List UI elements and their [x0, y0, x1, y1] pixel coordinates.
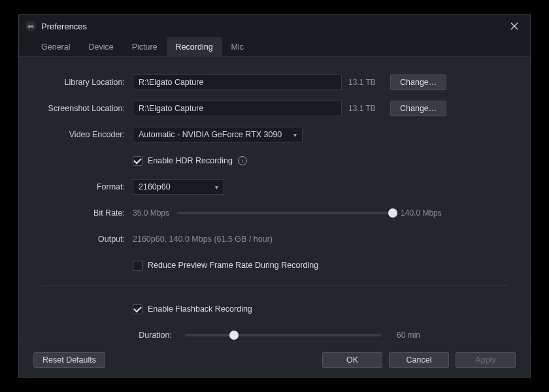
close-icon: [510, 22, 518, 30]
format-label: Format:: [41, 182, 133, 191]
enable-flashback-checkbox[interactable]: [133, 304, 142, 314]
tab-general[interactable]: General: [32, 37, 79, 56]
duration-slider[interactable]: [185, 334, 381, 336]
divider: [41, 286, 508, 286]
preferences-dialog: 4K Preferences General Device Picture Re…: [18, 14, 531, 378]
app-icon: 4K: [25, 21, 36, 31]
apply-button[interactable]: Apply: [456, 352, 516, 368]
close-button[interactable]: [505, 17, 524, 35]
duration-label: Duration:: [133, 331, 178, 340]
screenshot-change-button[interactable]: Change…: [390, 101, 446, 116]
bitrate-slider[interactable]: [177, 212, 393, 214]
video-encoder-select[interactable]: Automatic - NVIDIA GeForce RTX 3090 ▾: [133, 127, 303, 142]
library-location-label: Library Location:: [41, 78, 133, 87]
enable-hdr-checkbox[interactable]: [133, 156, 142, 166]
ok-button[interactable]: OK: [322, 352, 382, 368]
dialog-footer: Reset Defaults OK Cancel Apply: [19, 342, 530, 377]
chevron-down-icon: ▾: [293, 131, 297, 139]
output-label: Output:: [41, 235, 133, 244]
tab-mic[interactable]: Mic: [222, 37, 253, 56]
info-icon[interactable]: i: [238, 156, 247, 165]
reduce-preview-label: Reduce Preview Frame Rate During Recordi…: [148, 261, 318, 270]
bitrate-slider-thumb[interactable]: [388, 208, 397, 218]
library-change-button[interactable]: Change…: [390, 74, 446, 90]
video-encoder-label: Video Encoder:: [41, 130, 133, 139]
screenshot-location-label: Screenshot Location:: [41, 104, 133, 113]
video-encoder-value: Automatic - NVIDIA GeForce RTX 3090: [139, 130, 282, 139]
enable-flashback-label: Enable Flashback Recording: [148, 304, 252, 314]
tab-device[interactable]: Device: [79, 37, 122, 56]
reset-defaults-button[interactable]: Reset Defaults: [33, 352, 105, 368]
titlebar: 4K Preferences: [19, 15, 530, 37]
tab-picture[interactable]: Picture: [123, 37, 167, 56]
reduce-preview-checkbox[interactable]: [133, 261, 142, 270]
output-value: 2160p60, 140.0 Mbps (61.5 GB / hour): [133, 235, 273, 244]
bitrate-min: 35.0 Mbps: [133, 208, 169, 218]
duration-max: 60 min: [397, 331, 420, 340]
enable-hdr-label: Enable HDR Recording: [148, 156, 233, 165]
duration-slider-thumb[interactable]: [229, 331, 239, 340]
screenshot-location-input[interactable]: [133, 101, 342, 116]
tab-bar: General Device Picture Recording Mic: [19, 37, 530, 57]
format-value: 2160p60: [139, 182, 171, 191]
library-location-input[interactable]: [133, 74, 342, 90]
bitrate-max: 140.0 Mbps: [401, 208, 442, 218]
window-title: Preferences: [41, 22, 505, 31]
chevron-down-icon: ▾: [215, 184, 218, 191]
format-select[interactable]: 2160p60 ▾: [133, 179, 224, 195]
bitrate-label: Bit Rate:: [41, 208, 133, 218]
screenshot-disk-size: 13.1 TB: [348, 104, 384, 113]
cancel-button[interactable]: Cancel: [389, 352, 449, 368]
tab-recording[interactable]: Recording: [167, 37, 222, 56]
tab-content: Library Location: 13.1 TB Change… Screen…: [19, 57, 530, 342]
library-disk-size: 13.1 TB: [348, 78, 384, 87]
